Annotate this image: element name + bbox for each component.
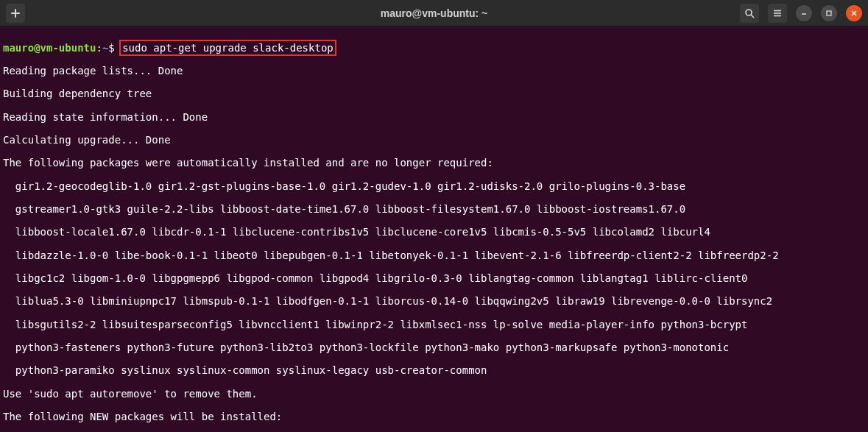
output-line: Reading package lists... Done	[3, 65, 865, 77]
svg-rect-6	[827, 11, 831, 15]
menu-button[interactable]	[768, 4, 787, 23]
output-line: gstreamer1.0-gtk3 guile-2.2-libs libboos…	[3, 204, 865, 216]
output-line: The following packages were automaticall…	[3, 157, 865, 169]
close-button[interactable]	[846, 5, 862, 21]
maximize-icon	[825, 10, 833, 17]
output-line: gir1.2-geocodeglib-1.0 gir1.2-gst-plugin…	[3, 181, 865, 193]
titlebar: mauro@vm-ubuntu: ~	[0, 0, 868, 26]
output-line: The following NEW packages will be insta…	[3, 411, 865, 423]
output-line: Reading state information... Done	[3, 112, 865, 124]
command-highlight: sudo apt-get upgrade slack-desktop	[119, 40, 336, 56]
plus-icon	[10, 8, 21, 18]
hamburger-icon	[772, 8, 783, 18]
window-title: mauro@vm-ubuntu: ~	[220, 7, 649, 19]
output-line: Building dependency tree	[3, 88, 865, 100]
output-line: python3-fasteners python3-future python3…	[3, 342, 865, 354]
output-line: libboost-locale1.67.0 libcdr-0.1-1 libcl…	[3, 227, 865, 238]
output-line: libsgutils2-2 libsuitesparseconfig5 libv…	[3, 319, 865, 331]
output-line: python3-paramiko syslinux syslinux-commo…	[3, 365, 865, 377]
search-button[interactable]	[740, 4, 759, 23]
maximize-button[interactable]	[821, 5, 837, 21]
minimize-button[interactable]	[796, 5, 812, 21]
close-icon	[850, 10, 858, 17]
new-tab-button[interactable]	[6, 4, 25, 23]
titlebar-left	[6, 4, 220, 23]
prompt-symbol: $	[108, 42, 114, 54]
terminal-output[interactable]: mauro@vm-ubuntu:~$ sudo apt-get upgrade …	[0, 26, 868, 432]
output-line: liblua5.3-0 libminiupnpc17 libmspub-0.1-…	[3, 296, 865, 308]
svg-point-0	[746, 10, 752, 15]
output-line: Calculating upgrade... Done	[3, 135, 865, 146]
minimize-icon	[800, 10, 808, 17]
prompt-user: mauro@vm-ubuntu	[3, 42, 96, 54]
titlebar-right	[648, 4, 862, 23]
output-line: Use 'sudo apt autoremove' to remove them…	[3, 389, 865, 400]
search-icon	[744, 8, 755, 18]
prompt-colon: :	[96, 42, 102, 54]
svg-line-1	[751, 15, 754, 18]
output-line: libdazzle-1.0-0 libe-book-0.1-1 libeot0 …	[3, 250, 865, 262]
prompt-line: mauro@vm-ubuntu:~$ sudo apt-get upgrade …	[3, 43, 865, 54]
output-line: libgc1c2 libgom-1.0-0 libgpgmepp6 libgpo…	[3, 273, 865, 285]
